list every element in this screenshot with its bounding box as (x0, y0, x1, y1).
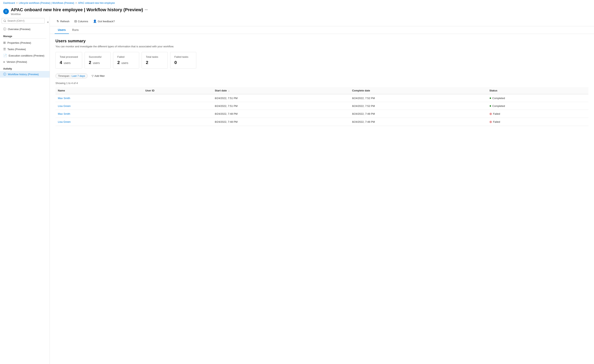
breadcrumb-dashboard[interactable]: Dashboard (3, 2, 15, 4)
status-badge: ● Completed (489, 96, 586, 100)
status-label: Completed (492, 97, 505, 100)
card-failed-unit: users (121, 61, 128, 65)
col-name: Name (55, 87, 143, 94)
filter-row: Timespan : Last 7 days ▽ Add filter (55, 73, 588, 78)
user-name-link[interactable]: Max Smith (58, 97, 70, 100)
cell-complete-date: 8/24/2022, 7:48 PM (350, 118, 487, 126)
sidebar-item-properties-label: Properties (Preview) (7, 41, 31, 44)
cell-start-date: 8/24/2022, 7:48 PM (212, 118, 350, 126)
table-row: Max Smith 8/24/2022, 7:51 PM 8/24/2022, … (55, 94, 588, 102)
toolbar: ↻ Refresh ⊟ Columns 👤 Got feedback? (50, 16, 594, 26)
cell-start-date: 8/24/2022, 7:48 PM (212, 110, 350, 118)
page-header: i APAC onboard new hire employee | Workf… (0, 6, 594, 16)
cell-user-id (143, 110, 212, 118)
feedback-button[interactable]: 👤 Got feedback? (91, 19, 117, 24)
sidebar: « ⓘ Overview (Preview) Manage ⊞ Properti… (0, 16, 50, 364)
card-failed-value: 2 users (117, 60, 135, 65)
sidebar-search-container (2, 18, 45, 23)
sidebar-item-execution-label: Execution conditions (Preview) (9, 54, 44, 57)
status-badge: ● Completed (489, 104, 586, 108)
card-successful: Successful 2 users (85, 52, 111, 69)
sidebar-item-tasks[interactable]: ☰ Tasks (Preview) (0, 46, 50, 52)
timespan-filter[interactable]: Timespan : Last 7 days (55, 73, 88, 78)
columns-icon: ⊟ (74, 20, 77, 23)
sidebar-item-workflow-history-label: Workflow history (Preview) (8, 73, 39, 76)
card-failed-tasks-value: 0 (174, 60, 192, 65)
card-successful-label: Successful (89, 55, 107, 58)
refresh-icon: ↻ (57, 20, 59, 23)
status-completed-icon: ● (489, 96, 491, 100)
cell-user-id (143, 94, 212, 102)
cell-user-id (143, 102, 212, 110)
col-user-id: User ID (143, 87, 212, 94)
sidebar-activity-label: Activity (0, 65, 50, 71)
sidebar-item-execution[interactable]: 📄 Execution conditions (Preview) (0, 52, 50, 59)
status-label: Completed (492, 104, 505, 108)
card-total-processed-unit: users (63, 61, 70, 65)
page-title: APAC onboard new hire employee | Workflo… (11, 7, 148, 13)
add-filter-icon: ▽ (92, 74, 94, 78)
tasks-icon: ☰ (3, 47, 6, 51)
status-badge: ⊗ Failed (489, 120, 586, 124)
user-name-link[interactable]: Lisa Green (58, 104, 71, 108)
cell-complete-date: 8/24/2022, 7:52 PM (350, 102, 487, 110)
user-name-link[interactable]: Max Smith (58, 112, 70, 115)
feedback-icon: 👤 (93, 20, 97, 23)
table-row: Lisa Green 8/24/2022, 7:51 PM 8/24/2022,… (55, 102, 588, 110)
breadcrumb-apac-onboard[interactable]: APAC onboard new hire employee (78, 2, 115, 4)
page-ellipsis-menu[interactable]: ··· (145, 8, 148, 12)
content-area: ↻ Refresh ⊟ Columns 👤 Got feedback? User… (50, 16, 594, 364)
sidebar-item-workflow-history[interactable]: ⓘ Workflow history (Preview) (0, 71, 50, 78)
cell-complete-date: 8/24/2022, 7:52 PM (350, 94, 487, 102)
sidebar-item-version-label: Version (Preview) (7, 60, 27, 63)
table-header: Name User ID Start date ↓ Complete date … (55, 87, 588, 94)
summary-cards: Total processed 4 users Successful 2 use… (55, 52, 588, 69)
sidebar-manage-label: Manage (0, 32, 50, 39)
status-label: Failed (493, 120, 500, 123)
status-failed-icon: ⊗ (489, 120, 492, 124)
cell-name: Max Smith (55, 110, 143, 118)
execution-icon: 📄 (3, 54, 7, 57)
card-total-tasks: Total tasks 2 (142, 52, 168, 69)
card-successful-unit: users (92, 61, 100, 65)
card-total-processed-label: Total processed (60, 55, 78, 58)
sidebar-item-tasks-label: Tasks (Preview) (7, 48, 26, 51)
tab-runs[interactable]: Runs (69, 26, 82, 34)
page-title-block: APAC onboard new hire employee | Workflo… (11, 7, 148, 16)
main-layout: « ⓘ Overview (Preview) Manage ⊞ Properti… (0, 16, 594, 364)
version-icon: ≡ (3, 60, 5, 64)
section-description: You can monitor and investigate the diff… (55, 45, 588, 48)
col-start-date[interactable]: Start date ↓ (212, 87, 350, 94)
add-filter-button[interactable]: ▽ Add filter (90, 74, 106, 78)
sidebar-collapse-button[interactable]: « (46, 20, 50, 25)
card-total-tasks-label: Total tasks (146, 55, 163, 58)
cell-user-id (143, 118, 212, 126)
tab-users[interactable]: Users (55, 26, 69, 34)
cell-status: ⊗ Failed (487, 118, 588, 126)
status-completed-icon: ● (489, 104, 491, 108)
sidebar-item-properties[interactable]: ⊞ Properties (Preview) (0, 39, 50, 46)
sidebar-item-overview[interactable]: ⓘ Overview (Preview) (0, 26, 50, 32)
status-failed-icon: ⊗ (489, 112, 492, 116)
page-header-icon: i (3, 9, 9, 14)
table-row: Max Smith 8/24/2022, 7:48 PM 8/24/2022, … (55, 110, 588, 118)
properties-icon: ⊞ (3, 41, 6, 45)
info-icon: ⓘ (3, 27, 6, 31)
sidebar-item-version[interactable]: ≡ Version (Preview) (0, 59, 50, 65)
search-input[interactable] (2, 18, 45, 23)
cell-name: Lisa Green (55, 118, 143, 126)
card-total-tasks-value: 2 (146, 60, 163, 65)
users-table: Name User ID Start date ↓ Complete date … (55, 87, 588, 126)
card-failed-label: Failed (117, 55, 135, 58)
refresh-button[interactable]: ↻ Refresh (55, 19, 72, 24)
breadcrumb-lifecycle-workflows[interactable]: Lifecycle workflows (Preview) | Workflow… (19, 2, 74, 4)
main-content: Users summary You can monitor and invest… (50, 34, 594, 131)
card-total-processed-value: 4 users (60, 60, 78, 65)
tabs: Users Runs (50, 26, 594, 34)
section-title: Users summary (55, 39, 588, 43)
user-name-link[interactable]: Lisa Green (58, 120, 71, 123)
cell-name: Lisa Green (55, 102, 143, 110)
sidebar-divider (3, 39, 46, 39)
columns-button[interactable]: ⊟ Columns (72, 19, 90, 24)
showing-text: Showing 1 to 4 of 4 (55, 82, 588, 85)
